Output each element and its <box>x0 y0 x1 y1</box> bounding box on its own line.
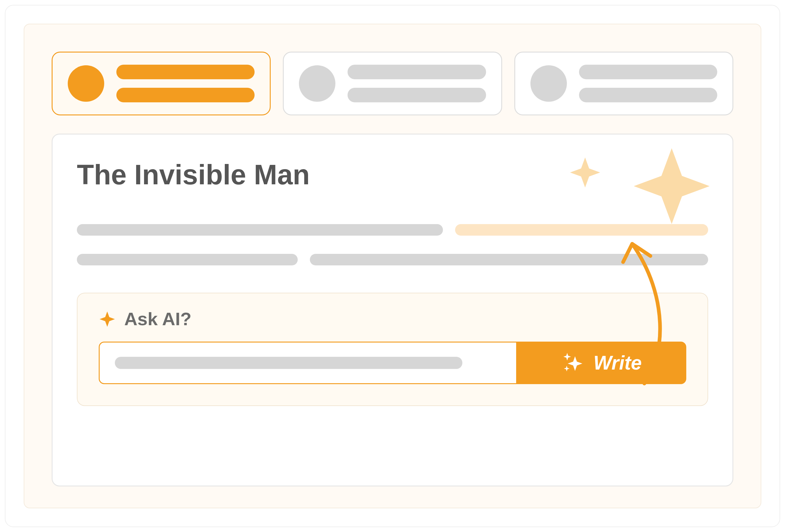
tab-3[interactable] <box>514 52 733 115</box>
tab-1[interactable] <box>52 52 271 115</box>
star-icon <box>568 156 602 189</box>
page-title: The Invisible Man <box>77 159 708 191</box>
tabs-row <box>52 52 733 115</box>
ask-ai-input-row: Write <box>99 342 686 384</box>
app-frame: The Invisible Man <box>5 5 780 527</box>
write-button[interactable]: Write <box>516 342 686 384</box>
tab-avatar-placeholder <box>530 65 567 102</box>
tab-avatar-placeholder <box>299 65 335 102</box>
content-card: The Invisible Man <box>52 134 733 486</box>
ask-ai-label: Ask AI? <box>124 309 192 329</box>
ask-ai-input[interactable] <box>99 342 516 384</box>
input-placeholder-bar <box>115 357 462 369</box>
text-segment <box>310 254 708 265</box>
tab-text-placeholder <box>116 65 255 102</box>
tab-avatar-placeholder <box>68 65 104 102</box>
text-body-placeholder <box>77 224 708 265</box>
write-button-label: Write <box>593 352 642 374</box>
tab-text-placeholder <box>579 65 717 102</box>
canvas: The Invisible Man <box>24 24 761 508</box>
sparkles-icon <box>561 351 584 375</box>
text-segment-highlight <box>455 224 708 236</box>
star-icon <box>632 147 711 225</box>
tab-2[interactable] <box>283 52 502 115</box>
tab-text-placeholder <box>348 65 486 102</box>
text-segment <box>77 224 443 236</box>
ask-ai-header: Ask AI? <box>99 309 686 329</box>
sparkle-icon <box>99 311 116 328</box>
text-segment <box>77 254 298 265</box>
ask-ai-panel: Ask AI? Write <box>77 293 708 406</box>
